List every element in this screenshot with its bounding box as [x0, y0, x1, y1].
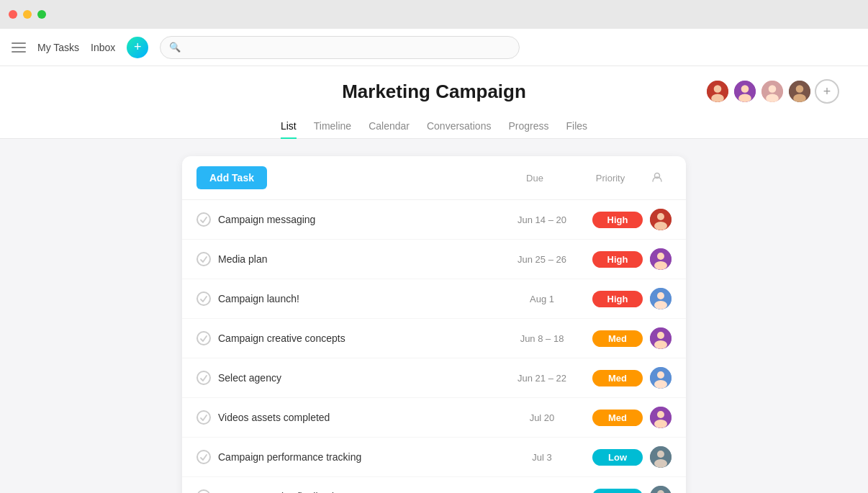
- task-row: Videos assets completed Jul 20 Med: [182, 398, 686, 438]
- task-checkbox[interactable]: [196, 331, 211, 345]
- tab-calendar[interactable]: Calendar: [369, 114, 410, 139]
- task-avatar: [650, 288, 672, 309]
- task-name[interactable]: Videos assets completed: [218, 412, 492, 423]
- svg-point-33: [654, 459, 667, 468]
- task-due-date: Jun 8 – 18: [499, 333, 585, 344]
- task-row: Campaign launch! Aug 1 High: [182, 279, 686, 319]
- priority-badge: Med: [592, 370, 643, 386]
- task-due-date: Jul 20: [499, 412, 585, 423]
- project-title: Marketing Campaign: [342, 81, 526, 103]
- task-row: Campaign performance tracking Jul 3 Low: [182, 438, 686, 477]
- tab-timeline[interactable]: Timeline: [314, 114, 351, 139]
- svg-point-24: [654, 340, 667, 349]
- task-checkbox[interactable]: [196, 212, 211, 227]
- minimize-button[interactable]: [23, 10, 32, 19]
- maximize-button[interactable]: [37, 10, 46, 19]
- task-due-date: Aug 1: [499, 294, 585, 304]
- task-name[interactable]: Campaign creative concepts: [218, 333, 492, 344]
- task-due-date: Jun 25 – 26: [499, 254, 585, 265]
- svg-point-21: [654, 301, 667, 309]
- search-icon: 🔍: [169, 42, 181, 53]
- avatar-1: [705, 79, 730, 104]
- avatar-group: +: [705, 79, 839, 104]
- task-name[interactable]: Campaign launch!: [218, 293, 492, 304]
- add-button[interactable]: +: [127, 37, 148, 58]
- task-checkbox[interactable]: [196, 489, 211, 493]
- task-table: Add Task Due Priority Campaign messaging…: [182, 156, 686, 493]
- svg-point-30: [654, 420, 667, 428]
- svg-point-5: [738, 94, 751, 103]
- priority-badge: Med: [592, 410, 643, 426]
- task-avatar: [650, 446, 672, 468]
- tab-nav: List Timeline Calendar Conversations Pro…: [0, 114, 868, 139]
- svg-point-2: [711, 94, 724, 103]
- priority-badge: Med: [592, 330, 643, 347]
- task-avatar: [650, 327, 672, 349]
- task-name[interactable]: Select agency: [218, 372, 492, 384]
- tab-conversations[interactable]: Conversations: [427, 114, 492, 139]
- add-member-button[interactable]: +: [815, 79, 839, 104]
- svg-point-8: [766, 94, 779, 103]
- task-checkbox[interactable]: [196, 371, 211, 385]
- task-checkbox[interactable]: [196, 252, 211, 266]
- add-task-button[interactable]: Add Task: [196, 166, 267, 189]
- svg-point-29: [657, 411, 664, 418]
- svg-point-10: [796, 85, 804, 93]
- close-button[interactable]: [9, 10, 17, 19]
- svg-point-17: [657, 253, 664, 260]
- task-row: Campaign creative concepts Jun 8 – 18 Me…: [182, 319, 686, 358]
- svg-point-4: [741, 85, 749, 93]
- task-checkbox[interactable]: [196, 450, 211, 464]
- task-row: Media plan Jun 25 – 26 High: [182, 240, 686, 279]
- svg-point-14: [657, 213, 664, 220]
- tab-progress[interactable]: Progress: [508, 114, 548, 139]
- tab-files[interactable]: Files: [566, 114, 587, 139]
- priority-badge: Low: [592, 449, 643, 466]
- task-avatar: [650, 367, 672, 389]
- task-avatar: [650, 407, 672, 428]
- task-rows: Campaign messaging Jun 14 – 20 High Medi…: [182, 200, 686, 493]
- task-checkbox[interactable]: [196, 410, 211, 425]
- priority-badge: Low: [592, 489, 643, 494]
- task-row: Select agency Jun 21 – 22 Med: [182, 358, 686, 398]
- task-name[interactable]: Campaign messaging: [218, 214, 492, 225]
- main-content: Add Task Due Priority Campaign messaging…: [0, 139, 868, 493]
- svg-point-18: [654, 261, 667, 270]
- my-tasks-link[interactable]: My Tasks: [37, 42, 79, 53]
- svg-point-32: [657, 451, 664, 458]
- task-name[interactable]: Campaign performance tracking: [218, 451, 492, 463]
- inbox-link[interactable]: Inbox: [91, 42, 115, 53]
- title-bar: [0, 0, 868, 29]
- task-due-date: Jun 14 – 20: [499, 214, 585, 225]
- col-assignee-header: [643, 171, 672, 185]
- task-avatar: [650, 209, 672, 230]
- avatar-3: [760, 79, 785, 104]
- table-header: Add Task Due Priority: [182, 156, 686, 200]
- task-name[interactable]: Media plan: [218, 253, 492, 265]
- svg-point-26: [657, 371, 664, 379]
- svg-point-15: [654, 222, 667, 230]
- task-avatar: [650, 486, 672, 493]
- svg-point-27: [654, 380, 667, 389]
- svg-point-11: [793, 94, 806, 103]
- priority-badge: High: [592, 251, 643, 268]
- avatar-4: [787, 79, 812, 104]
- col-due-header: Due: [492, 173, 578, 184]
- col-priority-header: Priority: [578, 173, 643, 184]
- task-due-date: Jun 21 – 22: [499, 373, 585, 384]
- task-checkbox[interactable]: [196, 291, 211, 306]
- task-due-date: Jul 3: [499, 452, 585, 463]
- tab-list[interactable]: List: [281, 114, 297, 139]
- svg-point-23: [657, 332, 664, 339]
- priority-badge: High: [592, 212, 643, 228]
- top-nav: My Tasks Inbox + 🔍: [0, 29, 868, 66]
- avatar-2: [733, 79, 757, 104]
- search-input[interactable]: [186, 42, 510, 53]
- task-row: Campaign messaging Jun 14 – 20 High: [182, 200, 686, 240]
- hamburger-menu[interactable]: [12, 42, 26, 53]
- task-avatar: [650, 248, 672, 270]
- svg-point-7: [769, 85, 777, 93]
- task-row: Customer stories finalized Jul 10 Low: [182, 477, 686, 493]
- header-area: Marketing Campaign: [0, 66, 868, 139]
- search-bar: 🔍: [160, 36, 520, 59]
